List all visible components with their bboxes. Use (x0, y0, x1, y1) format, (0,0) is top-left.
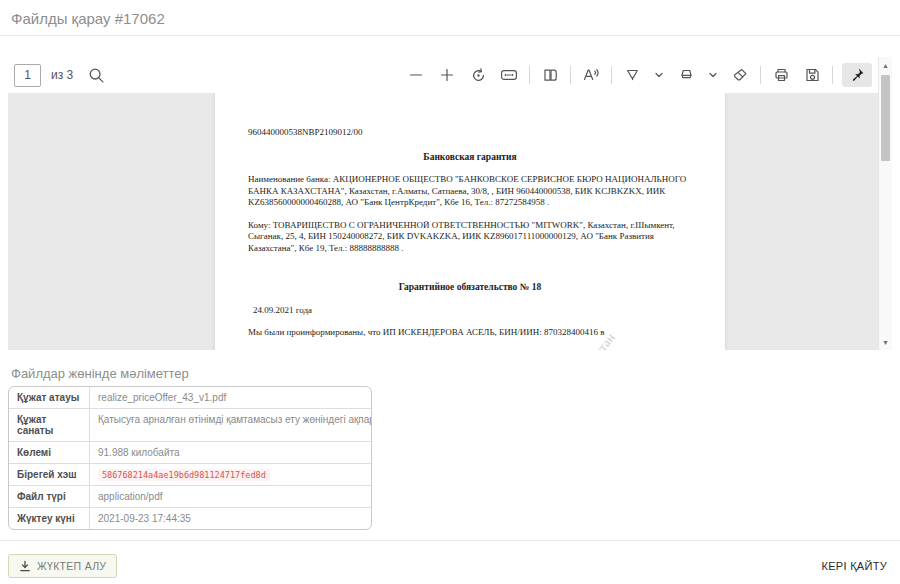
fit-to-width-icon[interactable] (498, 63, 520, 87)
row-value: realize_priceOffer_43_v1.pdf (90, 387, 371, 408)
read-aloud-icon[interactable] (580, 63, 602, 87)
download-icon (19, 560, 31, 572)
toolbar-separator (529, 66, 530, 84)
table-row: Жүктеу күні 2021-09-23 17:44:35 (9, 508, 371, 529)
pdf-viewer: из 3 (8, 57, 892, 350)
zoom-in-icon[interactable] (436, 63, 458, 87)
chevron-down-icon[interactable] (706, 63, 720, 87)
row-value: application/pdf (90, 486, 371, 507)
page-count-label: из 3 (51, 68, 73, 82)
row-label: Көлемі (9, 442, 90, 463)
file-hash: 586768214a4ae19b6d981124717fed8d (98, 469, 270, 481)
row-label: Құжат атауы (9, 387, 90, 408)
file-info-table: Құжат атауы realize_priceOffer_43_v1.pdf… (8, 386, 372, 530)
zoom-out-icon[interactable] (405, 63, 427, 87)
chevron-down-icon[interactable] (652, 63, 666, 87)
download-button[interactable]: ЖҮКТЕП АЛУ (8, 554, 117, 578)
document-title: Банковская гарантия (248, 152, 692, 164)
document-reference: 960440000538NBP2109012/00 (248, 127, 692, 139)
table-row: Бірегей хэш 586768214a4ae19b6d981124717f… (9, 464, 371, 486)
top-divider (0, 35, 900, 36)
erase-icon[interactable] (729, 63, 751, 87)
table-row: Көлемі 91.988 килобайта (9, 442, 371, 464)
toolbar-separator (611, 66, 612, 84)
search-icon[interactable] (85, 63, 107, 87)
guarantee-title: Гарантийное обязательство № 18 (248, 282, 692, 294)
pdf-page: 960440000538NBP2109012/00 Банковская гар… (215, 93, 725, 350)
document-body-line: Мы были проинформированы, что ИП ИСКЕНДЕ… (248, 327, 692, 339)
toolbar-separator (760, 66, 761, 84)
scroll-down-icon[interactable]: ▼ (879, 335, 892, 349)
print-icon[interactable] (770, 63, 792, 87)
scroll-up-icon[interactable]: ▲ (879, 58, 892, 72)
row-value: 91.988 килобайта (90, 442, 371, 463)
table-row: Құжат атауы realize_priceOffer_43_v1.pdf (9, 387, 371, 409)
row-label: Жүктеу күні (9, 508, 90, 529)
row-value: 2021-09-23 17:44:35 (90, 508, 371, 529)
document-recipient-paragraph: Кому: ТОВАРИЩЕСТВО С ОГРАНИЧЕННОЙ ОТВЕТС… (248, 220, 692, 255)
row-value: Қатысуға арналған өтінімді қамтамасыз ет… (90, 409, 371, 441)
scrollbar-thumb[interactable] (881, 75, 890, 161)
page-view-icon[interactable] (539, 63, 561, 87)
highlight-icon[interactable] (675, 63, 697, 87)
pin-toolbar-icon[interactable] (842, 63, 872, 87)
download-button-label: ЖҮКТЕП АЛУ (37, 560, 106, 572)
save-icon[interactable] (801, 63, 823, 87)
file-info-heading: Файлдар жөнінде мәліметтер (11, 366, 189, 381)
row-label: Құжат санаты (9, 409, 90, 441)
bottom-divider (0, 540, 900, 541)
page-title: Файлды қарау #17062 (11, 10, 165, 27)
toolbar-separator (832, 66, 833, 84)
row-label: Бірегей хэш (9, 464, 90, 485)
back-button[interactable]: КЕРІ ҚАЙТУ (821, 560, 887, 572)
table-row: Файл түрі application/pdf (9, 486, 371, 508)
pdf-canvas: 960440000538NBP2109012/00 Банковская гар… (8, 93, 878, 350)
viewer-scrollbar[interactable]: ▲ ▼ (878, 57, 892, 350)
rotate-icon[interactable] (467, 63, 489, 87)
table-row: Құжат санаты Қатысуға арналған өтінімді … (9, 409, 371, 442)
row-value: 586768214a4ae19b6d981124717fed8d (90, 464, 371, 485)
document-bank-paragraph: Наименование банка: АКЦИОНЕРНОЕ ОБЩЕСТВО… (248, 174, 692, 209)
page-number-input[interactable] (14, 64, 41, 87)
toolbar-separator (570, 66, 571, 84)
row-label: Файл түрі (9, 486, 90, 507)
document-date: 24.09.2021 года (248, 305, 692, 317)
pdf-toolbar: из 3 (8, 57, 878, 93)
draw-icon[interactable] (621, 63, 643, 87)
